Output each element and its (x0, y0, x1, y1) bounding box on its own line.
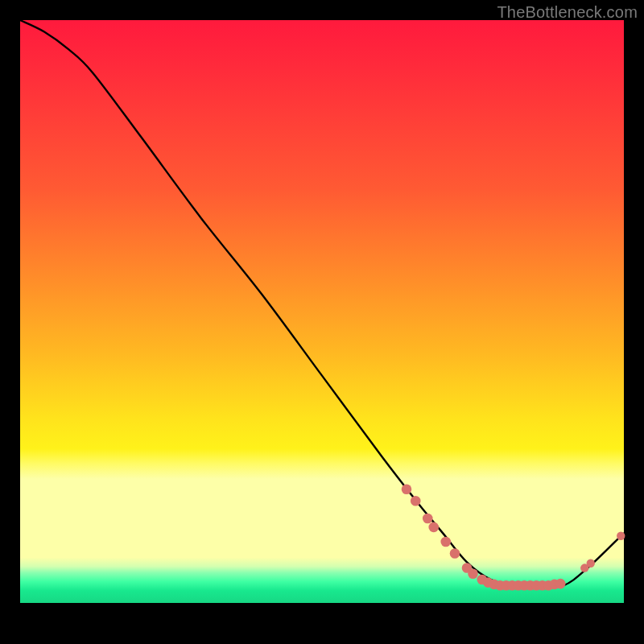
marker-layer (402, 485, 625, 591)
curve-layer (20, 20, 624, 587)
data-marker (402, 485, 412, 495)
data-marker (555, 579, 566, 589)
data-marker (440, 537, 451, 547)
data-marker (423, 514, 433, 524)
watermark-text: TheBottleneck.com (497, 3, 638, 22)
data-marker (468, 569, 478, 580)
data-marker (617, 532, 625, 540)
plot-frame (20, 20, 624, 624)
data-marker (450, 548, 460, 559)
bottleneck-curve (20, 20, 624, 587)
data-marker (428, 522, 439, 533)
data-marker (411, 496, 421, 506)
data-marker (587, 559, 595, 568)
plot-svg (20, 20, 624, 624)
